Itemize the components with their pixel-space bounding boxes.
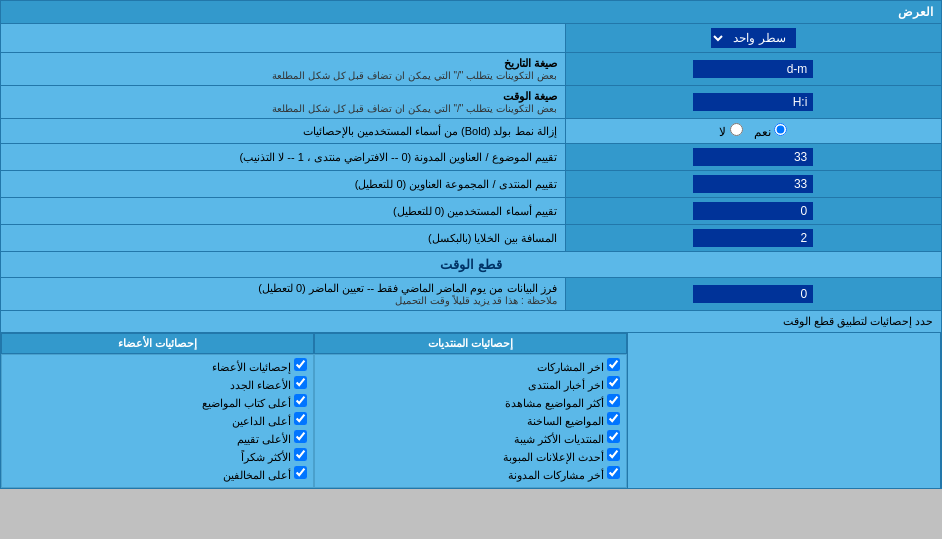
cb-hot-topics[interactable]: المواضيع الساخنة — [321, 412, 620, 428]
cutoff-note: ملاحظة : هذا قد يزيد قليلاً وقت التحميل — [9, 295, 557, 306]
cutoff-input[interactable] — [693, 285, 813, 303]
username-rating-title: تقييم أسماء المستخدمين (0 للتعطيل) — [393, 205, 557, 217]
cb-top-inviters[interactable]: أعلى الداعين — [8, 412, 307, 428]
topic-rating-label: تقييم الموضوع / العناوين المدونة (0 -- ا… — [1, 144, 566, 171]
cb-new-members[interactable]: الأعضاء الجدد — [8, 376, 307, 392]
topic-rating-title: تقييم الموضوع / العناوين المدونة (0 -- ا… — [240, 151, 557, 163]
cb-most-viewed[interactable]: أكثر المواضيع مشاهدة — [321, 394, 620, 410]
cb-top-writers[interactable]: أعلى كتاب المواضيع — [8, 394, 307, 410]
stats-members-header: إحصائيات الأعضاء — [1, 333, 314, 354]
date-format-sublabel: بعض التكوينات يتطلب "/" التي يمكن ان تضا… — [9, 70, 557, 81]
date-format-input[interactable] — [693, 60, 813, 78]
time-format-title: صيغة الوقت — [503, 90, 557, 102]
limit-row: حدد إحصائيات لتطبيق قطع الوقت — [1, 311, 942, 333]
single-line-select[interactable]: سطر واحد — [711, 28, 796, 48]
date-format-label: صيغة التاريخ بعض التكوينات يتطلب "/" الت… — [1, 53, 566, 86]
time-format-sublabel: بعض التكوينات يتطلب "/" التي يمكن ان تضا… — [9, 103, 557, 114]
cb-most-thanked[interactable]: الأكثر شكراً — [8, 448, 307, 464]
username-rating-label: تقييم أسماء المستخدمين (0 للتعطيل) — [1, 198, 566, 225]
page-title: العرض — [1, 1, 942, 24]
limit-label: حدد إحصائيات لتطبيق قطع الوقت — [783, 315, 933, 327]
single-line-label — [1, 24, 566, 53]
cutoff-label: فرز البيانات من يوم الماضر الماضي فقط --… — [1, 278, 566, 311]
cb-last-posts[interactable]: اخر المشاركات — [321, 358, 620, 374]
cb-top-rated[interactable]: الأعلى تقييم — [8, 430, 307, 446]
cb-forum-news[interactable]: اخر أخبار المنتدى — [321, 376, 620, 392]
stats-forums-title: إحصائيات المنتديات — [428, 337, 513, 349]
cell-spacing-title: المسافة بين الخلايا (بالبكسل) — [428, 232, 557, 244]
time-format-input[interactable] — [693, 93, 813, 111]
stats-members-title: إحصائيات الأعضاء — [118, 337, 197, 349]
bold-yes-label[interactable]: نعم — [751, 125, 788, 139]
cutoff-title: قطع الوقت — [440, 257, 502, 272]
forum-rating-input[interactable] — [693, 175, 813, 193]
title-text: العرض — [898, 5, 933, 19]
cb-most-forums[interactable]: المنتديات الأكثر شيبة — [321, 430, 620, 446]
stats-forums-list: اخر المشاركات اخر أخبار المنتدى أكثر الم… — [314, 354, 627, 488]
cutoff-label-text: فرز البيانات من يوم الماضر الماضي فقط --… — [9, 282, 557, 295]
cb-top-violators[interactable]: أعلى المخالفين — [8, 466, 307, 482]
bold-label: إزالة نمط بولد (Bold) من أسماء المستخدمي… — [1, 119, 566, 144]
time-format-label: صيغة الوقت بعض التكوينات يتطلب "/" التي … — [1, 86, 566, 119]
stats-forums-header: إحصائيات المنتديات — [314, 333, 627, 354]
bold-no-radio[interactable] — [730, 123, 743, 136]
cell-spacing-input[interactable] — [693, 229, 813, 247]
cutoff-section-header: قطع الوقت — [1, 252, 942, 278]
topic-rating-input[interactable] — [693, 148, 813, 166]
cb-blog-posts[interactable]: أخر مشاركات المدونة — [321, 466, 620, 482]
bold-yes-radio[interactable] — [774, 123, 787, 136]
forum-rating-label: تقييم المنتدى / المجموعة العناوين (0 للت… — [1, 171, 566, 198]
cb-latest-ads[interactable]: أحدث الإعلانات المبوبة — [321, 448, 620, 464]
cb-member-stats[interactable]: إحصائيات الأعضاء — [8, 358, 307, 374]
forum-rating-title: تقييم المنتدى / المجموعة العناوين (0 للت… — [355, 178, 557, 190]
username-rating-input[interactable] — [693, 202, 813, 220]
stats-members-list: إحصائيات الأعضاء الأعضاء الجدد أعلى كتاب… — [1, 354, 314, 488]
bold-title: إزالة نمط بولد (Bold) من أسماء المستخدمي… — [303, 125, 557, 137]
bold-no-label[interactable]: لا — [719, 125, 742, 139]
cell-spacing-label: المسافة بين الخلايا (بالبكسل) — [1, 225, 566, 252]
date-format-title: صيغة التاريخ — [504, 57, 557, 69]
